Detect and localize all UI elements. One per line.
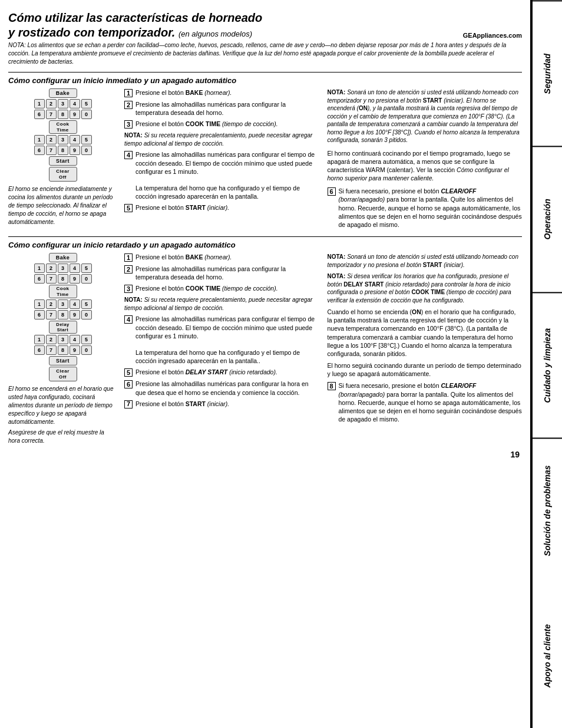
sidebar-operacion: Operación [533, 146, 562, 291]
clear-off-button[interactable]: ClearOff [49, 167, 77, 182]
start-button[interactable]: Start [49, 156, 77, 166]
step2-5: 5 Presione el botón DELAY START (inicio … [124, 368, 319, 377]
key-3c[interactable]: 3 [58, 263, 68, 273]
key-7d[interactable]: 7 [46, 310, 57, 319]
keypad1: Bake 1 2 3 4 5 6 7 8 9 [8, 88, 117, 183]
section2-instructions: 1 Presione el botón BAKE (hornear). 2 Pr… [124, 253, 522, 426]
nota1-inline: NOTA: Si su receta requiere precalentami… [124, 131, 319, 147]
key-0c[interactable]: 0 [81, 274, 92, 284]
section2-instr-right: NOTA: Sonará un tono de atención si uste… [328, 253, 523, 426]
key-2e[interactable]: 2 [46, 335, 57, 344]
num-row-1b: 6 7 8 9 0 [34, 110, 92, 119]
nota2-right1: NOTA: Sonará un tono de atención si uste… [328, 253, 523, 269]
key-7e[interactable]: 7 [46, 345, 57, 355]
key-1b[interactable]: 1 [34, 135, 45, 144]
key-9d[interactable]: 9 [70, 310, 80, 319]
section2-title: Cómo configurar un inicio retardado y un… [8, 241, 522, 249]
key-6b[interactable]: 6 [34, 146, 45, 155]
section1-instructions: 1 Presione el botón BAKE (hornear). 2 Pr… [124, 88, 522, 232]
key-0e[interactable]: 0 [81, 345, 92, 355]
num-row-3b: 6 7 8 9 0 [34, 274, 92, 284]
key-1e[interactable]: 1 [34, 335, 45, 344]
key-9b[interactable]: 9 [70, 146, 80, 155]
section2-body: Bake 1 2 3 4 5 6 7 8 9 [8, 253, 522, 445]
section1-left-intro: El horno se enciende inmediatamente y co… [8, 185, 117, 226]
key-7[interactable]: 7 [46, 110, 57, 119]
delay-start-button[interactable]: DelayStart [49, 321, 77, 334]
step1-3: 3 Presione el botón COOK TIME (tiempo de… [124, 120, 319, 129]
sidebar-apoyo: Apoyo al cliente [533, 584, 562, 728]
key-3d[interactable]: 3 [58, 299, 68, 309]
key-2b[interactable]: 2 [46, 135, 57, 144]
section2-para: Cuando el horno se encienda (ON) en el h… [328, 308, 523, 358]
key-7b[interactable]: 7 [46, 146, 57, 155]
key-5e[interactable]: 5 [81, 335, 92, 344]
key-8c[interactable]: 8 [58, 274, 68, 284]
key-3b[interactable]: 3 [58, 135, 68, 144]
key-8d[interactable]: 8 [58, 310, 68, 319]
step2-2: 2 Presione las almohadillas numéricas pa… [124, 265, 319, 281]
key-8e[interactable]: 8 [58, 345, 68, 355]
section1-right: 1 Presione el botón BAKE (hornear). 2 Pr… [124, 88, 522, 232]
page-wrapper: Cómo utilizar las características de hor… [0, 0, 562, 728]
step2-1: 1 Presione el botón BAKE (hornear). [124, 253, 319, 262]
key-2c[interactable]: 2 [46, 263, 57, 273]
key-9c[interactable]: 9 [70, 274, 80, 284]
key-8[interactable]: 8 [58, 110, 68, 119]
step1-5: 5 Presione el botón START (iniciar). [124, 203, 319, 212]
section2-para2: El horno seguirá cocinando durante un pe… [328, 361, 523, 378]
num-row-4b: 6 7 8 9 0 [34, 310, 92, 319]
key-6d[interactable]: 6 [34, 310, 45, 319]
section1-body: Bake 1 2 3 4 5 6 7 8 9 [8, 88, 522, 232]
key-1c[interactable]: 1 [34, 263, 45, 273]
key-0b[interactable]: 0 [81, 146, 92, 155]
key-5[interactable]: 5 [81, 99, 92, 108]
step2-7: 7 Presione el botón START (iniciar). [124, 400, 319, 409]
key-4d[interactable]: 4 [70, 299, 80, 309]
sidebar-cuidado: Cuidado y limpieza [533, 292, 562, 437]
clear-off-button2[interactable]: ClearOff [49, 367, 77, 381]
key-1d[interactable]: 1 [34, 299, 45, 309]
section2-instr-left: 1 Presione el botón BAKE (hornear). 2 Pr… [124, 253, 319, 426]
sidebar-seguridad: Seguridad [533, 0, 562, 146]
key-4[interactable]: 4 [70, 99, 80, 108]
num-row-2a: 1 2 3 4 5 [34, 135, 92, 144]
key-9e[interactable]: 9 [70, 345, 80, 355]
step2-8: 8 Si fuera necesario, presione el botón … [328, 381, 523, 423]
step1-2: 2 Presione las almohadillas numéricas pa… [124, 100, 319, 117]
cook-time-button2[interactable]: CookTime [49, 285, 77, 298]
key-2[interactable]: 2 [46, 99, 57, 108]
key-3e[interactable]: 3 [58, 335, 68, 344]
key-8b[interactable]: 8 [58, 146, 68, 155]
key-0[interactable]: 0 [81, 110, 92, 119]
step1-1: 1 Presione el botón BAKE (hornear). [124, 88, 319, 97]
key-4e[interactable]: 4 [70, 335, 80, 344]
key-5d[interactable]: 5 [81, 299, 92, 309]
section1: Cómo configurar un inicio inmediato y un… [8, 72, 522, 232]
num-row-5a: 1 2 3 4 5 [34, 335, 92, 344]
section2-left-intro2: Asegúrese de que el reloj muestre la hor… [8, 429, 117, 445]
cook-time-button[interactable]: CookTime [49, 120, 77, 134]
key-2d[interactable]: 2 [46, 299, 57, 309]
key-6c[interactable]: 6 [34, 274, 45, 284]
step2-4: 4 Presione las almohadillas numéricas pa… [124, 315, 319, 365]
start-button2[interactable]: Start [49, 356, 77, 365]
keypad2: Bake 1 2 3 4 5 6 7 8 9 [8, 253, 117, 383]
key-9[interactable]: 9 [70, 110, 80, 119]
key-4b[interactable]: 4 [70, 135, 80, 144]
key-7c[interactable]: 7 [46, 274, 57, 284]
key-5c[interactable]: 5 [81, 263, 92, 273]
key-4c[interactable]: 4 [70, 263, 80, 273]
num-row-4a: 1 2 3 4 5 [34, 299, 92, 309]
num-row-1a: 1 2 3 4 5 [34, 99, 92, 108]
key-1[interactable]: 1 [34, 99, 45, 108]
sidebar-solucion: Solución de problemas [533, 437, 562, 583]
key-3[interactable]: 3 [58, 99, 68, 108]
key-6e[interactable]: 6 [34, 345, 45, 355]
bake-button[interactable]: Bake [49, 88, 77, 98]
step1-6: 6 Si fuera necesario, presione el botón … [328, 187, 523, 229]
key-6[interactable]: 6 [34, 110, 45, 119]
key-0d[interactable]: 0 [81, 310, 92, 319]
bake-button2[interactable]: Bake [49, 253, 77, 262]
key-5b[interactable]: 5 [81, 135, 92, 144]
